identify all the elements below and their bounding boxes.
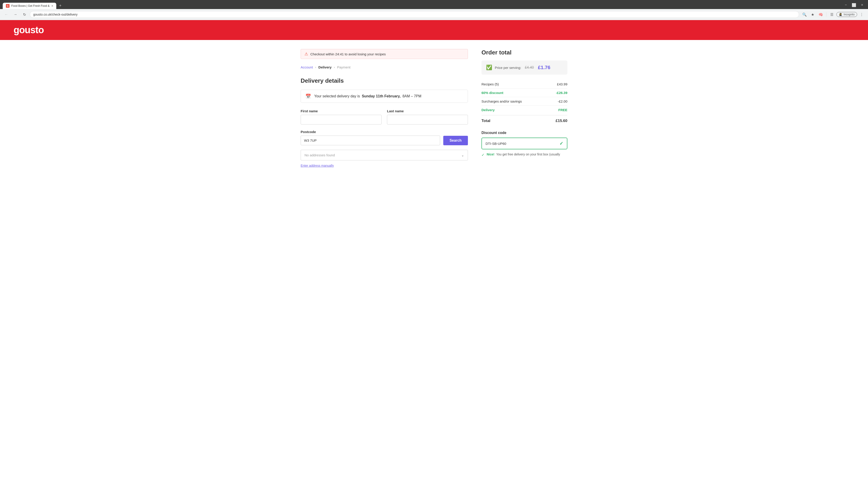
back-btn[interactable]: ← <box>3 11 10 18</box>
alert-banner: ⚠ Checkout within 24:41 to avoid losing … <box>301 49 468 59</box>
recipes-label: Recipes (5) <box>482 82 499 86</box>
extensions-btn[interactable]: 🧠 <box>817 11 825 18</box>
verified-icon: ✅ <box>486 65 492 70</box>
discount-code-label: Discount code <box>482 131 567 135</box>
maximize-btn[interactable]: ⬜ <box>851 2 857 8</box>
close-window-btn[interactable]: × <box>859 2 865 8</box>
search-button[interactable]: Search <box>443 136 468 145</box>
total-value: £15.60 <box>556 119 567 123</box>
url-text: gousto.co.uk/check-out/delivery <box>33 13 796 16</box>
incognito-label: Incognito <box>844 13 855 16</box>
tab-title: Food Boxes | Get Fresh Food & <box>11 4 50 7</box>
price-new: £1.76 <box>538 65 550 70</box>
recipes-value: £43.99 <box>557 82 567 86</box>
active-tab[interactable]: G Food Boxes | Get Fresh Food & × <box>3 3 56 9</box>
discount-label: 60% discount <box>482 91 503 95</box>
delivery-label: Delivery <box>482 108 495 112</box>
refresh-btn[interactable]: ↻ <box>21 11 28 18</box>
price-old: £4.40 <box>525 66 534 70</box>
success-check-icon: ✓ <box>482 153 485 157</box>
price-per-serving-box: ✅ Price per serving: £4.40 £1.76 <box>482 61 567 74</box>
new-tab-btn[interactable]: + <box>57 2 64 9</box>
order-summary: Order total ✅ Price per serving: £4.40 £… <box>482 49 567 168</box>
forward-btn[interactable]: → <box>12 11 19 18</box>
delivery-form: ⚠ Checkout within 24:41 to avoid losing … <box>301 49 468 168</box>
discount-check-icon: ✓ <box>559 141 563 146</box>
dropdown-arrow-icon: ⌄ <box>461 153 464 157</box>
tab-close-btn[interactable]: × <box>51 4 53 8</box>
postcode-section: Postcode Search <box>301 130 468 145</box>
success-message: ✓ Nice! You get free delivery on your fi… <box>482 153 567 157</box>
name-row: First name Last name <box>301 109 468 125</box>
minimize-btn[interactable]: − <box>843 2 849 8</box>
order-lines: Recipes (5) £43.99 60% discount -£26.39 … <box>482 80 567 114</box>
discount-code-input[interactable] <box>486 142 559 145</box>
delivery-value: FREE <box>558 108 567 112</box>
tab-favicon: G <box>6 4 9 8</box>
discount-line: 60% discount -£26.39 <box>482 89 567 97</box>
no-addresses-text: No addresses found <box>305 153 335 157</box>
order-total-line: Total £15.60 <box>482 115 567 126</box>
postcode-input[interactable] <box>301 135 440 145</box>
enter-address-manually-link[interactable]: Enter address manually <box>301 164 334 167</box>
breadcrumb-account[interactable]: Account <box>301 65 313 69</box>
surcharges-line: Surcharges and/or savings -£2.00 <box>482 97 567 106</box>
address-dropdown[interactable]: No addresses found ⌄ <box>301 150 468 160</box>
alert-text: Checkout within 24:41 to avoid losing yo… <box>310 52 386 56</box>
incognito-icon: 🥷 <box>839 13 842 16</box>
first-name-group: First name <box>301 109 381 125</box>
delivery-day-box: 📅 Your selected delivery day is Sunday 1… <box>301 90 468 103</box>
calendar-icon: 📅 <box>305 94 311 99</box>
delivery-line: Delivery FREE <box>482 106 567 114</box>
breadcrumb-payment: Payment <box>337 65 350 69</box>
bookmark-btn[interactable]: ★ <box>809 11 816 18</box>
postcode-label: Postcode <box>301 130 468 134</box>
discount-input-wrap: ✓ <box>482 138 567 149</box>
last-name-group: Last name <box>387 109 468 125</box>
incognito-badge: 🥷 Incognito <box>836 12 857 17</box>
discount-value: -£26.39 <box>556 91 567 95</box>
site-logo[interactable]: gousto <box>13 25 855 35</box>
delivery-title: Delivery details <box>301 77 468 84</box>
surcharges-label: Surcharges and/or savings <box>482 99 522 103</box>
browser-toolbar: ← → ↻ gousto.co.uk/check-out/delivery 🔍 … <box>0 9 868 20</box>
breadcrumb: Account › Delivery › Payment <box>301 65 468 69</box>
last-name-label: Last name <box>387 109 468 113</box>
success-text: Nice! You get free delivery on your firs… <box>487 153 560 156</box>
alert-icon: ⚠ <box>305 52 308 57</box>
address-bar[interactable]: gousto.co.uk/check-out/delivery <box>30 11 799 18</box>
search-toolbar-btn[interactable]: 🔍 <box>801 11 808 18</box>
sidebar-btn[interactable]: ☰ <box>828 11 835 18</box>
site-header: gousto <box>0 20 868 40</box>
first-name-input[interactable] <box>301 115 381 125</box>
menu-btn[interactable]: ⋮ <box>858 11 865 18</box>
browser-chrome: G Food Boxes | Get Fresh Food & × + − ⬜ … <box>0 0 868 9</box>
recipes-line: Recipes (5) £43.99 <box>482 80 567 89</box>
delivery-day-text: Your selected delivery day is Sunday 11t… <box>314 94 421 98</box>
total-label: Total <box>482 119 490 123</box>
last-name-input[interactable] <box>387 115 468 125</box>
price-per-serving-label: Price per serving: <box>495 66 521 70</box>
order-title: Order total <box>482 49 567 56</box>
first-name-label: First name <box>301 109 381 113</box>
breadcrumb-sep-2: › <box>334 66 335 69</box>
breadcrumb-delivery: Delivery <box>318 65 332 69</box>
discount-section: Discount code ✓ <box>482 131 567 149</box>
surcharges-value: -£2.00 <box>558 99 567 103</box>
breadcrumb-sep-1: › <box>315 66 316 69</box>
